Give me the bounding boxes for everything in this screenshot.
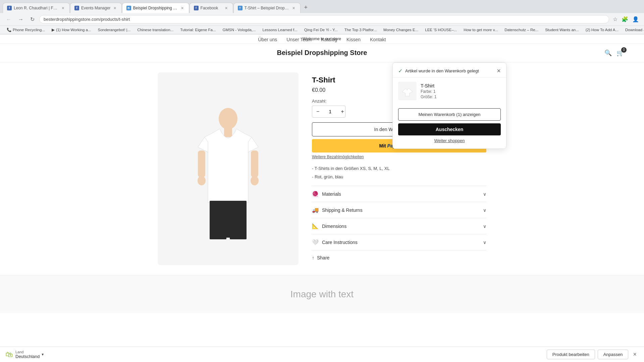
forward-button[interactable]: → [16,15,25,23]
nav-kontakt[interactable]: Kontakt [370,37,386,42]
bookmark-item[interactable]: Lessons Learned f... [260,27,300,33]
accordion-care-label: Care Instructions [322,240,358,245]
customize-button[interactable]: Anpassen [598,350,629,356]
country-label: Land Deutschland [15,350,40,356]
bookmark-item[interactable]: Student Wants an... [542,27,582,33]
url-input[interactable] [44,17,605,22]
bookmark-label: The Top 3 Platfor... [344,28,377,32]
more-payment-button[interactable]: Weitere Bezahlmöglichkeiten [312,155,364,159]
bottom-bar-actions: Produkt bearbeiten Anpassen × [547,350,639,356]
header-icons: 🔍 🛒 0 [604,49,624,57]
address-bar[interactable] [39,15,609,23]
edit-product-button[interactable]: Produkt bearbeiten [547,350,595,356]
tab-favicon: f [74,6,79,10]
continue-shopping-button[interactable]: Weiter shoppen [398,138,501,143]
cart-popup-header: ✓ Artikel wurde in den Warenkorb gelegt … [393,63,506,78]
accordion-shipping: 🚚 Shipping & Returns ∨ [312,202,486,218]
nav-kissen[interactable]: Kissen [346,37,361,42]
bookmark-label: Lessons Learned f... [263,28,298,32]
bookmark-item[interactable]: Money Changes E... [381,27,421,33]
new-tab-button[interactable]: + [301,2,311,13]
tab-close-btn[interactable]: × [224,5,228,11]
tab-favicon: T [238,6,243,10]
extension-puzzle-icon[interactable]: 🧩 [621,15,629,23]
shopify-icon: 🛍 [5,350,13,357]
bookmark-label: Qing Fei De Yi - Y... [304,28,338,32]
tab-facebook-leon[interactable]: f Leon R. Chaudhari | Facebook × [3,3,70,13]
bookmark-item[interactable]: The Top 3 Platfor... [342,27,379,33]
product-image-container [158,72,299,265]
bookmark-item[interactable]: 📞 Phone Recycling... [4,27,48,33]
tab-favicon: B [126,6,131,10]
bookmarks-bar: 📞 Phone Recycling... ▶ (1) How Working a… [0,26,644,34]
bookmark-item[interactable]: Download - Cooks... [623,27,644,33]
quantity-input[interactable] [323,109,337,114]
cart-item-farbe: Farbe: 1 [421,89,501,94]
search-icon[interactable]: 🔍 [604,49,612,57]
checkout-button[interactable]: Auschecken [398,123,501,135]
reload-button[interactable]: ↻ [28,15,37,23]
dimensions-icon: 📐 [312,223,319,229]
bookmark-item[interactable]: LEE 'S HOUSE–... [422,27,460,33]
country-selector[interactable]: Land Deutschland ▼ [15,350,44,356]
tab-events-manager[interactable]: f Events Manager × [70,3,122,13]
close-popup-button[interactable]: × [497,67,501,74]
quantity-control: − + [312,106,345,118]
country-chevron-icon: ▼ [41,353,44,356]
accordion-shipping-label: Shipping & Returns [322,207,363,213]
svg-point-7 [198,176,206,185]
bookmark-item[interactable]: GMSN - Vologda,... [220,27,259,33]
tab-favicon: f [194,6,199,10]
svg-rect-6 [251,150,258,177]
bookmark-item[interactable]: Chinese translation... [135,27,176,33]
shipping-icon: 🚚 [312,207,319,213]
tab-facebook[interactable]: f Facebook × [190,3,233,13]
view-cart-button[interactable]: Meinen Warenkorb (1) anzeigen [398,108,501,121]
nav-katalog[interactable]: Katalog [321,37,337,42]
nav-unser-team[interactable]: Unser Team [286,37,312,42]
bookmark-item[interactable]: ▶ (1) How Working a... [49,27,94,33]
materials-icon: 🧶 [312,191,319,197]
profile-icon[interactable]: 👤 [631,15,640,23]
check-icon: ✓ [398,68,402,74]
tab-title: Beispiel Dropshipping Store [133,6,178,10]
tab-tshirt[interactable]: T T-Shirt – Beispiel Dropshippi... × [233,3,301,13]
share-label: Share [317,255,329,260]
share-row[interactable]: ↑ Share [312,250,486,265]
tab-close-btn[interactable]: × [112,5,117,11]
dismiss-bottom-bar-button[interactable]: × [631,350,639,356]
bookmark-label: Chinese translation... [137,28,173,32]
accordion-care-header[interactable]: 🤍 Care Instructions ∨ [312,234,486,250]
accordion-materials: 🧶 Materials ∨ [312,186,486,202]
share-icon: ↑ [312,255,314,260]
tab-close-btn[interactable]: × [180,5,184,11]
shopify-branding: 🛍 Land Deutschland ▼ [5,350,44,356]
quantity-increase-button[interactable]: + [337,106,345,117]
bookmark-label: GMSN - Vologda,... [223,28,256,32]
bookmark-item[interactable]: Tutorial: Eigene Fa... [177,27,218,33]
bookmark-item[interactable]: Sonderangebot! |... [95,27,133,33]
bookmark-item[interactable]: Datenschutz – Re... [502,27,541,33]
quantity-decrease-button[interactable]: − [312,106,323,117]
tab-close-btn[interactable]: × [291,5,296,11]
accordion-header-left: 🤍 Care Instructions [312,239,358,245]
bookmark-label: Tutorial: Eigene Fa... [180,28,216,32]
bookmark-label: (1) How Working a... [56,28,91,32]
tab-title: Events Manager [81,6,110,10]
tab-dropshipping[interactable]: B Beispiel Dropshipping Store × [122,3,189,13]
bookmark-item[interactable]: How to get more v... [461,27,500,33]
nav-uber-uns[interactable]: Über uns [258,37,277,42]
svg-point-8 [251,176,259,185]
accordion-materials-header[interactable]: 🧶 Materials ∨ [312,186,486,202]
cart-icon[interactable]: 🛒 0 [616,49,624,57]
bookmark-star-icon[interactable]: ☆ [612,15,619,23]
tab-close-btn[interactable]: × [61,5,65,11]
accordion-shipping-header[interactable]: 🚚 Shipping & Returns ∨ [312,202,486,218]
accordion-dimensions-header[interactable]: 📐 Dimensions ∨ [312,218,486,234]
store-logo[interactable]: Beispiel Dropshipping Store [277,49,367,56]
bookmark-item[interactable]: Qing Fei De Yi - Y... [302,27,340,33]
back-button[interactable]: ← [4,15,13,23]
cart-added-label: Artikel wurde in den Warenkorb gelegt [405,68,479,73]
bookmark-label: Phone Recycling... [13,28,45,32]
bookmark-item[interactable]: (2) How To Add A... [583,27,621,33]
